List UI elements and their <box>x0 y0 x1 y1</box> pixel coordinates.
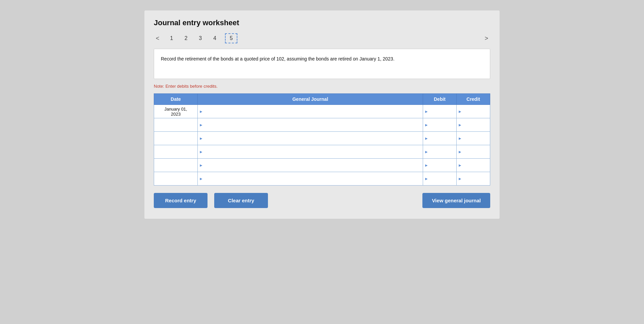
tab-navigation: < 1 2 3 4 5 > <box>154 33 490 43</box>
date-cell-2 <box>154 118 198 132</box>
cell-arrow: ► <box>424 150 428 154</box>
credit-cell-1[interactable]: ► <box>457 105 490 118</box>
cell-arrow: ► <box>199 109 203 114</box>
date-cell-6 <box>154 172 198 186</box>
header-debit: Debit <box>423 94 457 105</box>
credit-input-2[interactable] <box>463 118 490 131</box>
debit-input-1[interactable] <box>429 105 456 118</box>
cell-arrow: ► <box>424 136 428 141</box>
table-row: ► ► ► <box>154 145 490 159</box>
cell-arrow: ► <box>458 176 462 181</box>
tab-4[interactable]: 4 <box>211 34 219 43</box>
prev-arrow[interactable]: < <box>154 34 162 43</box>
debit-input-5[interactable] <box>429 159 456 172</box>
journal-input-1[interactable] <box>204 105 423 118</box>
journal-input-2[interactable] <box>204 118 423 131</box>
credit-cell-5[interactable]: ► <box>457 159 490 172</box>
header-general-journal: General Journal <box>198 94 423 105</box>
credit-cell-4[interactable]: ► <box>457 145 490 159</box>
cell-arrow: ► <box>424 176 428 181</box>
cell-arrow: ► <box>199 123 203 127</box>
cell-arrow: ► <box>199 136 203 141</box>
credit-input-4[interactable] <box>463 145 490 158</box>
credit-cell-2[interactable]: ► <box>457 118 490 132</box>
cell-arrow: ► <box>458 123 462 127</box>
cell-arrow: ► <box>458 163 462 168</box>
cell-arrow: ► <box>199 150 203 154</box>
cell-arrow: ► <box>458 109 462 114</box>
journal-cell-2[interactable]: ► <box>198 118 423 132</box>
record-entry-button[interactable]: Record entry <box>154 193 208 208</box>
debit-input-3[interactable] <box>429 132 456 145</box>
debit-cell-2[interactable]: ► <box>423 118 457 132</box>
cell-arrow: ► <box>424 109 428 114</box>
cell-arrow: ► <box>199 176 203 181</box>
cell-arrow: ► <box>199 163 203 168</box>
date-cell-1: January 01,2023 <box>154 105 198 118</box>
view-general-journal-button[interactable]: View general journal <box>422 193 490 208</box>
journal-cell-6[interactable]: ► <box>198 172 423 186</box>
journal-cell-3[interactable]: ► <box>198 132 423 145</box>
date-cell-4 <box>154 145 198 159</box>
note-text: Note: Enter debits before credits. <box>154 84 490 89</box>
debit-input-2[interactable] <box>429 118 456 131</box>
cell-arrow: ► <box>424 123 428 127</box>
table-row: ► ► ► <box>154 132 490 145</box>
debit-input-6[interactable] <box>429 172 456 185</box>
header-date: Date <box>154 94 198 105</box>
debit-cell-3[interactable]: ► <box>423 132 457 145</box>
date-cell-5 <box>154 159 198 172</box>
journal-input-6[interactable] <box>204 172 423 185</box>
table-row: ► ► ► <box>154 118 490 132</box>
tab-3[interactable]: 3 <box>196 34 204 43</box>
journal-cell-1[interactable]: ► <box>198 105 423 118</box>
cell-arrow: ► <box>458 150 462 154</box>
credit-cell-3[interactable]: ► <box>457 132 490 145</box>
table-row: ► ► ► <box>154 159 490 172</box>
buttons-row: Record entry Clear entry View general jo… <box>154 193 490 208</box>
header-credit: Credit <box>457 94 490 105</box>
debit-cell-4[interactable]: ► <box>423 145 457 159</box>
debit-cell-1[interactable]: ► <box>423 105 457 118</box>
credit-input-6[interactable] <box>463 172 490 185</box>
credit-input-3[interactable] <box>463 132 490 145</box>
cell-arrow: ► <box>424 163 428 168</box>
debit-input-4[interactable] <box>429 145 456 158</box>
journal-input-3[interactable] <box>204 132 423 145</box>
table-row: ► ► ► <box>154 172 490 186</box>
debit-cell-5[interactable]: ► <box>423 159 457 172</box>
journal-input-4[interactable] <box>204 145 423 158</box>
journal-cell-5[interactable]: ► <box>198 159 423 172</box>
debit-cell-6[interactable]: ► <box>423 172 457 186</box>
worksheet-container: Journal entry worksheet < 1 2 3 4 5 > Re… <box>144 10 500 219</box>
tab-2[interactable]: 2 <box>182 34 190 43</box>
table-row: January 01,2023 ► ► ► <box>154 105 490 118</box>
clear-entry-button[interactable]: Clear entry <box>214 193 268 208</box>
tab-5[interactable]: 5 <box>225 33 237 43</box>
credit-input-1[interactable] <box>463 105 490 118</box>
journal-input-5[interactable] <box>204 159 423 172</box>
next-arrow[interactable]: > <box>482 34 490 43</box>
page-title: Journal entry worksheet <box>154 18 490 27</box>
credit-input-5[interactable] <box>463 159 490 172</box>
journal-cell-4[interactable]: ► <box>198 145 423 159</box>
date-cell-3 <box>154 132 198 145</box>
instruction-box: Record the retirement of the bonds at a … <box>154 49 490 79</box>
tab-1[interactable]: 1 <box>168 34 176 43</box>
credit-cell-6[interactable]: ► <box>457 172 490 186</box>
cell-arrow: ► <box>458 136 462 141</box>
instruction-text: Record the retirement of the bonds at a … <box>161 56 395 62</box>
journal-table: Date General Journal Debit Credit Januar… <box>154 93 490 186</box>
